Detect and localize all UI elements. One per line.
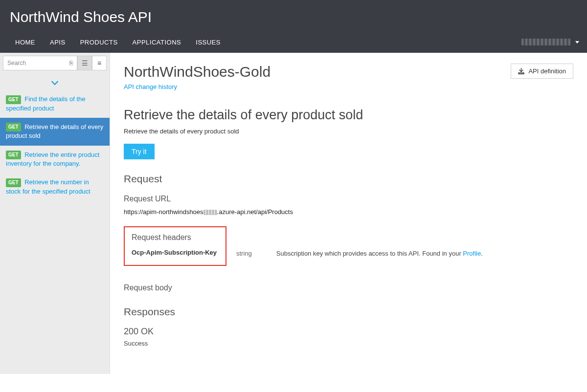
request-headers-highlight: Request headers Ocp-Apim-Subscription-Ke… [124, 226, 226, 266]
header-name: Ocp-Apim-Subscription-Key [132, 249, 219, 256]
request-heading: Request [124, 173, 573, 185]
sidebar-op-3[interactable]: GET Retrieve the number in stock for the… [0, 173, 110, 201]
expand-icon[interactable] [51, 78, 58, 85]
api-definition-button[interactable]: API definition [511, 64, 573, 79]
header-details: string Subscription key which provides a… [236, 250, 579, 257]
change-history-link[interactable]: API change history [124, 83, 177, 90]
responses-heading: Responses [124, 306, 573, 318]
request-url-prefix: https://apim-northwindshoes [124, 208, 203, 216]
sidebar-op-2[interactable]: GET Retrieve the entire product inventor… [0, 146, 110, 174]
nav-products[interactable]: PRODUCTS [73, 32, 125, 53]
search-placeholder: Search [7, 60, 26, 66]
request-url: https://apim-northwindshoes.azure-api.ne… [124, 208, 573, 216]
user-menu[interactable] [521, 39, 579, 45]
operation-description: Retrieve the details of every product so… [124, 128, 573, 135]
profile-link[interactable]: Profile [463, 250, 481, 257]
download-icon [518, 68, 524, 74]
method-badge: GET [6, 151, 21, 159]
main-content: NorthWindShoes-Gold API definition API c… [110, 53, 587, 374]
nav-issues[interactable]: ISSUES [188, 32, 228, 53]
request-url-heading: Request URL [124, 195, 573, 203]
api-title: NorthWindShoes-Gold [124, 64, 271, 80]
nav-applications[interactable]: APPLICATIONS [125, 32, 189, 53]
method-badge: GET [6, 123, 21, 131]
response-code: 200 OK [124, 327, 573, 337]
method-badge: GET [6, 95, 21, 104]
navbar: HOME APIS PRODUCTS APPLICATIONS ISSUES [0, 31, 587, 53]
request-headers-heading: Request headers [132, 233, 219, 242]
sidebar-op-1[interactable]: GET Retrieve the details of every produc… [0, 118, 110, 146]
portal-title: NorthWind Shoes API [10, 9, 577, 25]
request-url-redacted [203, 210, 217, 215]
view-group-button[interactable]: ≡ [92, 56, 107, 70]
nav-home[interactable]: HOME [8, 32, 43, 53]
search-input[interactable]: Search ⎘ [3, 56, 77, 70]
response-text: Success [124, 340, 573, 347]
search-settings-icon: ⎘ [69, 60, 73, 66]
user-name-redacted [521, 39, 570, 45]
topbar: NorthWind Shoes API [0, 0, 587, 31]
chevron-down-icon [575, 41, 579, 44]
request-body-heading: Request body [124, 283, 573, 292]
api-definition-label: API definition [528, 67, 566, 75]
request-url-suffix: .azure-api.net/api/Products [217, 208, 293, 216]
header-type: string [236, 250, 252, 257]
nav-apis[interactable]: APIS [43, 32, 73, 53]
method-badge: GET [6, 178, 21, 187]
try-it-button[interactable]: Try it [124, 144, 155, 159]
sidebar: Search ⎘ ☰ ≡ GET Find the details of the… [0, 53, 110, 374]
operation-list: GET Find the details of the specified pr… [0, 90, 110, 201]
header-description: Subscription key which provides access t… [276, 250, 483, 257]
sidebar-op-0[interactable]: GET Find the details of the specified pr… [0, 90, 110, 118]
view-list-button[interactable]: ☰ [77, 56, 92, 70]
operation-title: Retrieve the details of every product so… [124, 108, 573, 123]
